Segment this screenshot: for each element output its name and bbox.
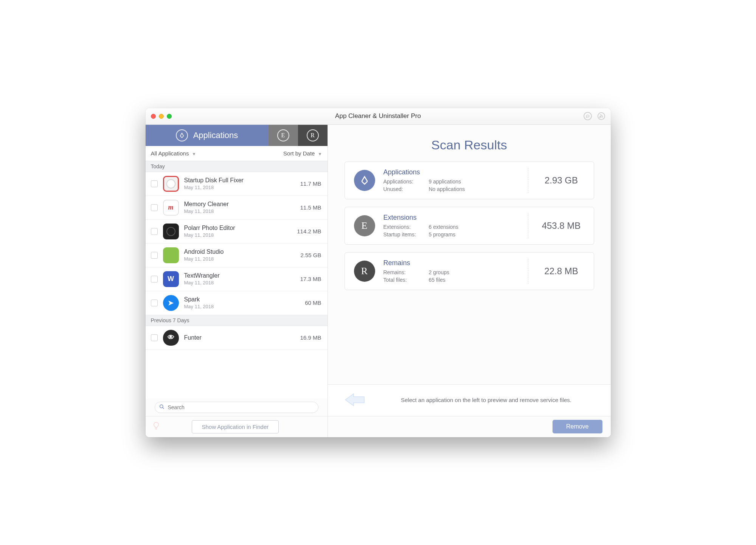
app-size: 11.5 MB bbox=[300, 204, 321, 211]
checkbox[interactable] bbox=[151, 204, 158, 211]
app-name: Android Studio bbox=[184, 248, 295, 255]
list-item[interactable]: mMemory CleanerMay 11, 201811.5 MB bbox=[146, 196, 328, 220]
app-icon bbox=[163, 176, 179, 192]
app-size: 11.7 MB bbox=[300, 180, 321, 187]
checkbox[interactable] bbox=[151, 334, 158, 341]
sort-dropdown[interactable]: Sort by Date ▼ bbox=[283, 150, 322, 157]
app-name: Funter bbox=[184, 334, 295, 341]
minimize-button[interactable] bbox=[159, 114, 164, 119]
card-extensions[interactable]: E Extensions Extensions: 6 extensions St… bbox=[345, 207, 594, 245]
app-date: May 11, 2018 bbox=[184, 256, 295, 262]
app-icon: ➤ bbox=[163, 295, 179, 311]
window-title: App Cleaner & Uninstaller Pro bbox=[146, 112, 611, 120]
kv-key: Remains: bbox=[383, 269, 429, 275]
list-item[interactable]: Android StudioMay 11, 20182.55 GB bbox=[146, 244, 328, 267]
arrow-left-icon bbox=[343, 391, 367, 409]
kv-value: 9 applications bbox=[429, 179, 520, 185]
list-item[interactable]: Polarr Photo EditorMay 11, 2018114.2 MB bbox=[146, 220, 328, 244]
window-controls bbox=[151, 114, 172, 119]
card-title: Extensions bbox=[383, 214, 520, 222]
tab-remains[interactable]: R bbox=[298, 125, 328, 146]
tab-applications[interactable]: Applications bbox=[146, 125, 269, 146]
app-date: May 11, 2018 bbox=[184, 304, 300, 309]
app-meta: SparkMay 11, 2018 bbox=[184, 296, 300, 309]
app-name: Startup Disk Full Fixer bbox=[184, 177, 295, 184]
checkbox[interactable] bbox=[151, 180, 158, 187]
svg-point-2 bbox=[160, 405, 163, 408]
kv-key: Extensions: bbox=[383, 224, 429, 230]
app-size: 114.2 MB bbox=[297, 228, 321, 234]
sidebar-footer: Show Application in Finder bbox=[146, 416, 328, 437]
rss-icon[interactable] bbox=[597, 112, 605, 120]
search-input[interactable] bbox=[155, 402, 318, 413]
app-name: Polarr Photo Editor bbox=[184, 225, 292, 231]
list-item[interactable]: ➤SparkMay 11, 201860 MB bbox=[146, 291, 328, 315]
tab-extensions[interactable]: E bbox=[269, 125, 298, 146]
category-tabs: Applications E R bbox=[146, 125, 328, 146]
checkbox[interactable] bbox=[151, 228, 158, 235]
app-icon bbox=[163, 224, 179, 239]
app-meta: Android StudioMay 11, 2018 bbox=[184, 248, 295, 262]
close-button[interactable] bbox=[151, 114, 156, 119]
app-size: 2.55 GB bbox=[300, 252, 321, 258]
app-date: May 11, 2018 bbox=[184, 232, 292, 238]
kv-value: 5 programs bbox=[429, 231, 520, 238]
kv-value: 2 groups bbox=[429, 269, 520, 275]
feedback-icon[interactable] bbox=[584, 112, 592, 120]
card-title: Applications bbox=[383, 168, 520, 176]
chevron-down-icon: ▼ bbox=[318, 152, 322, 156]
kv-key: Startup items: bbox=[383, 231, 429, 238]
card-remains[interactable]: R Remains Remains: 2 groups Total files:… bbox=[345, 252, 594, 290]
app-icon: m bbox=[163, 200, 179, 216]
card-info: Remains Remains: 2 groups Total files: 6… bbox=[383, 259, 520, 283]
app-size: 17.3 MB bbox=[300, 276, 321, 282]
tip-icon[interactable] bbox=[152, 421, 160, 432]
card-info: Applications Applications: 9 application… bbox=[383, 168, 520, 192]
remove-button[interactable]: Remove bbox=[553, 420, 602, 433]
applications-icon bbox=[176, 129, 188, 141]
sidebar: Applications E R All Applications ▼ Sort… bbox=[146, 125, 328, 437]
extensions-icon: E bbox=[277, 129, 289, 141]
show-in-finder-button[interactable]: Show Application in Finder bbox=[192, 420, 279, 433]
section-today: Today bbox=[146, 161, 328, 172]
app-date: May 11, 2018 bbox=[184, 208, 295, 214]
applications-icon bbox=[354, 170, 375, 191]
app-date: May 11, 2018 bbox=[184, 185, 295, 190]
app-size: 16.9 MB bbox=[300, 334, 321, 341]
checkbox[interactable] bbox=[151, 276, 158, 283]
search-bar bbox=[146, 399, 328, 416]
card-total: 2.93 GB bbox=[528, 168, 585, 193]
kv-key: Applications: bbox=[383, 179, 429, 185]
titlebar: App Cleaner & Uninstaller Pro bbox=[146, 108, 611, 125]
app-meta: TextWranglerMay 11, 2018 bbox=[184, 272, 295, 286]
list-item[interactable]: Startup Disk Full FixerMay 11, 201811.7 … bbox=[146, 172, 328, 196]
zoom-button[interactable] bbox=[167, 114, 172, 119]
list-item[interactable]: 👁Funter16.9 MB bbox=[146, 326, 328, 350]
kv-value: 65 files bbox=[429, 277, 520, 283]
list-item[interactable]: WTextWranglerMay 11, 201817.3 MB bbox=[146, 267, 328, 291]
app-size: 60 MB bbox=[305, 300, 321, 306]
card-applications[interactable]: Applications Applications: 9 application… bbox=[345, 161, 594, 199]
app-name: Spark bbox=[184, 296, 300, 303]
card-title: Remains bbox=[383, 259, 520, 267]
titlebar-actions bbox=[584, 112, 605, 120]
card-total: 22.8 MB bbox=[528, 259, 585, 284]
filter-bar: All Applications ▼ Sort by Date ▼ bbox=[146, 146, 328, 161]
applications-list: Today Startup Disk Full FixerMay 11, 201… bbox=[146, 161, 328, 399]
card-info: Extensions Extensions: 6 extensions Star… bbox=[383, 214, 520, 238]
app-meta: Startup Disk Full FixerMay 11, 2018 bbox=[184, 177, 295, 190]
main-content: Scan Results Applications Applications: … bbox=[328, 125, 611, 437]
extensions-icon: E bbox=[354, 215, 375, 236]
app-name: TextWrangler bbox=[184, 272, 295, 279]
svg-point-0 bbox=[598, 113, 604, 120]
app-meta: Memory CleanerMay 11, 2018 bbox=[184, 201, 295, 214]
app-meta: Polarr Photo EditorMay 11, 2018 bbox=[184, 225, 292, 238]
checkbox[interactable] bbox=[151, 252, 158, 259]
kv-value: 6 extensions bbox=[429, 224, 520, 230]
chevron-down-icon: ▼ bbox=[192, 152, 196, 156]
main-footer: Remove bbox=[328, 416, 611, 437]
hint-area: Select an application on the left to pre… bbox=[328, 384, 611, 416]
filter-all-dropdown[interactable]: All Applications ▼ bbox=[151, 150, 196, 157]
checkbox[interactable] bbox=[151, 300, 158, 306]
search-icon bbox=[159, 404, 165, 410]
